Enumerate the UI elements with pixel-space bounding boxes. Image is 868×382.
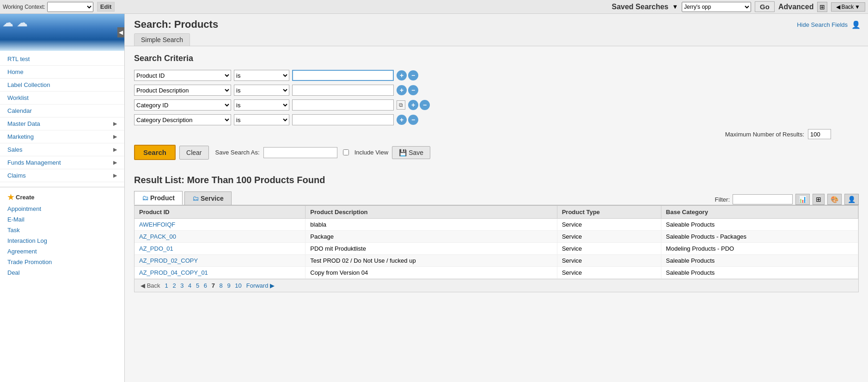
criteria-field-product-id[interactable]: Product ID xyxy=(134,70,231,81)
criteria-value-product-id[interactable] xyxy=(292,70,394,81)
result-table: Product ID Product Description Product T… xyxy=(134,206,858,279)
sidebar-hero: ☁ ☁ ◀ xyxy=(0,14,124,51)
advanced-button[interactable]: Advanced xyxy=(778,3,813,11)
sidebar-item-funds-management[interactable]: Funds Management ▶ xyxy=(0,156,124,169)
pagination-page-3[interactable]: 3 xyxy=(179,282,185,289)
chart-icon-button[interactable]: 📊 xyxy=(795,194,810,205)
pagination-page-9[interactable]: 9 xyxy=(226,282,232,289)
criteria-row-category-id: Category ID is ⧉ + − xyxy=(134,99,859,111)
header-actions: Hide Search Fields 👤 xyxy=(797,20,861,29)
add-row-button[interactable]: + xyxy=(397,115,407,125)
create-label: ★ Create xyxy=(7,193,117,202)
cell-product-id: AZ_PDO_01 xyxy=(134,243,306,255)
grid-icon-button[interactable]: ⊞ xyxy=(817,2,827,12)
pagination-back-button[interactable]: ◀ Back xyxy=(139,282,162,289)
criteria-field-product-desc[interactable]: Product Description xyxy=(134,85,231,96)
sidebar-item-marketing[interactable]: Marketing ▶ xyxy=(0,130,124,143)
product-tab-icon: 🗂 xyxy=(142,194,148,202)
copy-icon-button[interactable]: ⧉ xyxy=(397,100,405,110)
sidebar-item-label-collection[interactable]: Label Collection xyxy=(0,79,124,92)
table-row: AZ_PACK_00 Package Service Saleable Prod… xyxy=(134,231,858,243)
filter-input[interactable] xyxy=(733,194,793,204)
criteria-field-category-id[interactable]: Category ID xyxy=(134,99,231,111)
sidebar-item-rtl-test[interactable]: RTL test xyxy=(0,53,124,66)
create-link-task[interactable]: Task xyxy=(7,225,117,235)
pagination-page-4[interactable]: 4 xyxy=(187,282,193,289)
add-row-button[interactable]: + xyxy=(397,70,407,80)
tab-service[interactable]: 🗂 Service xyxy=(184,191,232,205)
top-bar-right: Saved Searches ▼ Jerry's opp Go Advanced… xyxy=(611,1,865,12)
go-button[interactable]: Go xyxy=(755,1,775,12)
result-table-wrap: Product ID Product Description Product T… xyxy=(134,205,859,292)
pagination-page-5[interactable]: 5 xyxy=(195,282,201,289)
tab-product[interactable]: 🗂 Product xyxy=(134,191,183,205)
pagination-page-6[interactable]: 6 xyxy=(202,282,208,289)
product-id-link[interactable]: AZ_PACK_00 xyxy=(139,233,176,240)
saved-searches-select[interactable]: Jerry's opp xyxy=(682,2,751,12)
remove-row-button[interactable]: − xyxy=(408,115,418,125)
remove-row-button[interactable]: − xyxy=(408,70,418,80)
criteria-op-category-id[interactable]: is xyxy=(234,99,289,111)
remove-row-button[interactable]: − xyxy=(420,100,430,110)
criteria-op-product-id[interactable]: is xyxy=(234,70,289,81)
criteria-field-category-desc[interactable]: Category Description xyxy=(134,114,231,125)
product-id-link[interactable]: AWEHFOIQF xyxy=(139,221,175,228)
sidebar-item-worklist[interactable]: Worklist xyxy=(0,92,124,105)
criteria-value-category-desc[interactable] xyxy=(292,114,394,125)
cell-product-id: AZ_PROD_02_COPY xyxy=(134,255,306,267)
user-icon[interactable]: 👤 xyxy=(851,20,861,29)
sidebar-collapse-button[interactable]: ◀ xyxy=(117,27,124,37)
add-row-button[interactable]: + xyxy=(397,85,407,95)
result-tabs: 🗂 Product 🗂 Service xyxy=(134,191,233,205)
sidebar-item-master-data[interactable]: Master Data ▶ xyxy=(0,117,124,130)
star-icon: ★ xyxy=(7,193,14,202)
search-button[interactable]: Search xyxy=(134,145,176,160)
back-button[interactable]: ◀ Back ▼ xyxy=(831,2,865,12)
product-id-link[interactable]: AZ_PDO_01 xyxy=(139,245,173,252)
create-link-appointment[interactable]: Appointment xyxy=(7,203,117,214)
floppy-disk-icon: 💾 xyxy=(399,149,407,156)
pagination-page-2[interactable]: 2 xyxy=(171,282,177,289)
create-link-trade-promotion[interactable]: Trade Promotion xyxy=(7,257,117,267)
max-results-input[interactable] xyxy=(808,129,831,139)
simple-search-tab[interactable]: Simple Search xyxy=(134,33,190,46)
pagination-page-1[interactable]: 1 xyxy=(164,282,170,289)
paint-icon-button[interactable]: 🎨 xyxy=(827,194,842,205)
create-link-deal[interactable]: Deal xyxy=(7,267,117,278)
create-link-email[interactable]: E-Mail xyxy=(7,214,117,225)
section-title: Search Criteria xyxy=(134,54,859,63)
sidebar-item-home[interactable]: Home xyxy=(0,66,124,79)
remove-row-button[interactable]: − xyxy=(408,85,418,95)
sidebar-item-calendar[interactable]: Calendar xyxy=(0,105,124,117)
sidebar-item-sales[interactable]: Sales ▶ xyxy=(0,143,124,156)
hide-fields-link[interactable]: Hide Search Fields xyxy=(797,21,848,28)
working-context-select[interactable] xyxy=(47,2,93,12)
save-button[interactable]: 💾 Save xyxy=(392,146,430,159)
criteria-op-category-desc[interactable]: is xyxy=(234,114,289,125)
criteria-value-product-desc[interactable] xyxy=(292,85,394,96)
pagination-page-8[interactable]: 8 xyxy=(218,282,224,289)
add-row-button[interactable]: + xyxy=(408,100,418,110)
user-settings-icon-button[interactable]: 👤 xyxy=(844,194,859,205)
pagination-page-10[interactable]: 10 xyxy=(233,282,243,289)
table-icon-button[interactable]: ⊞ xyxy=(813,194,825,205)
create-link-interaction-log[interactable]: Interaction Log xyxy=(7,235,117,246)
sidebar-item-claims[interactable]: Claims ▶ xyxy=(0,169,124,182)
criteria-op-product-desc[interactable]: is xyxy=(234,85,289,96)
edit-button[interactable]: Edit xyxy=(97,2,115,12)
chevron-right-icon: ▶ xyxy=(113,173,117,179)
main-layout: ☁ ☁ ◀ RTL test Home Label Collection Wor… xyxy=(0,14,868,382)
pagination-forward-link[interactable]: Forward ▶ xyxy=(245,282,276,289)
clear-button[interactable]: Clear xyxy=(179,146,208,160)
save-search-input[interactable] xyxy=(263,147,337,158)
pagination-pages: 1 2 3 4 5 6 7 8 9 10 xyxy=(164,282,243,289)
product-id-link[interactable]: AZ_PROD_04_COPY_01 xyxy=(139,269,208,276)
cell-product-type: Service xyxy=(557,231,661,243)
table-row: AWEHFOIQF blabla Service Saleable Produc… xyxy=(134,219,858,231)
include-view-checkbox[interactable] xyxy=(343,149,349,155)
criteria-value-category-id[interactable] xyxy=(292,99,394,111)
sidebar: ☁ ☁ ◀ RTL test Home Label Collection Wor… xyxy=(0,14,125,382)
sidebar-nav: RTL test Home Label Collection Worklist … xyxy=(0,51,124,184)
product-id-link[interactable]: AZ_PROD_02_COPY xyxy=(139,257,198,264)
create-link-agreement[interactable]: Agreement xyxy=(7,246,117,257)
